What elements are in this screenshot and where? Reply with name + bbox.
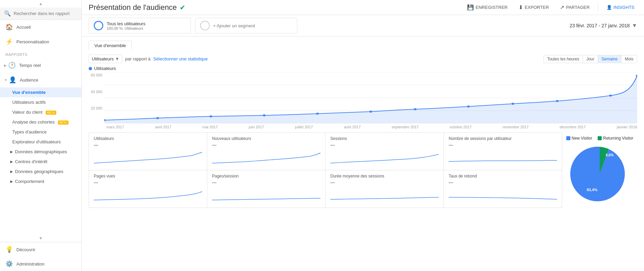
partager-button[interactable]: ↗ PARTAGER bbox=[557, 3, 592, 12]
chart-controls: Utilisateurs ▼ par rapport à Sélectionne… bbox=[89, 55, 637, 63]
top-bar: Présentation de l'audience ✔ 💾 ENREGISTR… bbox=[82, 0, 644, 15]
sidebar-item-administration[interactable]: ⚙️ Administration bbox=[0, 257, 81, 271]
search-input[interactable] bbox=[14, 11, 77, 16]
gear-icon: ⚙️ bbox=[5, 260, 13, 268]
legend-dot-utilisateurs bbox=[89, 67, 92, 70]
mini-chart-nouveaux bbox=[212, 149, 320, 167]
insights-label: INSIGHTS bbox=[614, 5, 634, 10]
chevron-right-icon-3: ▶ bbox=[10, 160, 13, 163]
chevron-right-icon-2: ▶ bbox=[10, 150, 13, 154]
metric-card-sessions: Sessions — bbox=[326, 133, 444, 170]
sidebar-item-utilisateurs-actifs[interactable]: Utilisateurs actifs bbox=[0, 97, 81, 107]
sidebar-item-audience[interactable]: ▼ 👤 Audience bbox=[0, 73, 81, 87]
beta-badge: BETA bbox=[46, 111, 56, 115]
metric-card-pages-session: Pages/session — bbox=[207, 170, 326, 208]
insights-button[interactable]: 👤 INSIGHTS bbox=[604, 3, 637, 11]
y-label-60k: 60 000 bbox=[91, 73, 102, 77]
partager-label: PARTAGER bbox=[566, 5, 589, 10]
select-stat-link[interactable]: Sélectionner une statistique bbox=[153, 56, 208, 61]
date-range-selector[interactable]: 23 févr. 2017 - 27 janv. 2018 ▼ bbox=[570, 23, 637, 29]
svg-point-6 bbox=[156, 117, 159, 119]
sidebar-item-vue-ensemble[interactable]: Vue d'ensemble bbox=[0, 87, 81, 97]
sidebar-item-label: Accueil bbox=[16, 25, 31, 30]
svg-point-14 bbox=[556, 100, 559, 102]
metrics-row-1: Utilisateurs — Nouveaux utilisateurs — bbox=[89, 132, 562, 170]
save-icon: 💾 bbox=[467, 4, 474, 11]
segment-add-circle bbox=[200, 21, 210, 30]
svg-text:93,4%: 93,4% bbox=[587, 188, 597, 192]
exporter-label: EXPORTER bbox=[525, 5, 549, 10]
sidebar-item-donnees-demo[interactable]: ▶ Données démographiques bbox=[0, 147, 81, 157]
personnalisation-icon: ⚡ bbox=[5, 38, 13, 45]
sidebar-item-donnees-geo[interactable]: ▶ Données géographiques bbox=[0, 167, 81, 176]
main-chart bbox=[104, 72, 637, 124]
time-btn-semaine[interactable]: Semaine bbox=[598, 55, 621, 63]
x-label-aout: août 2017 bbox=[344, 125, 361, 129]
metric-title-taux-rebond: Taux de rebond bbox=[449, 174, 557, 179]
sidebar-item-temps-reel[interactable]: ▶ 🕐 Temps réel bbox=[0, 58, 81, 73]
segment-chip-1[interactable]: Tous les utilisateurs 100,00 %, Utilisat… bbox=[89, 18, 191, 33]
time-btn-jour[interactable]: Jour bbox=[583, 55, 598, 63]
tab-vue-ensemble[interactable]: Vue d'ensemble bbox=[89, 41, 132, 51]
metric-title-pages-vues: Pages vues bbox=[94, 174, 202, 179]
sidebar-item-label: Temps réel bbox=[19, 63, 41, 68]
sidebar-item-personnalisation[interactable]: ⚡ Personnalisation bbox=[0, 34, 81, 49]
svg-point-16 bbox=[636, 75, 637, 77]
time-btn-mois[interactable]: Mois bbox=[621, 55, 637, 63]
par-rapport-label: par rapport à bbox=[125, 56, 150, 61]
sidebar-item-valeur-client[interactable]: Valeur du client BETA bbox=[0, 107, 81, 117]
metric-title-pages-session: Pages/session bbox=[212, 174, 320, 179]
sidebar-item-analyse-cohortes[interactable]: Analyse des cohortes BETA bbox=[0, 117, 81, 127]
time-btn-toutes-heures[interactable]: Toutes les heures bbox=[544, 55, 583, 63]
tab-bar: Vue d'ensemble bbox=[89, 41, 637, 51]
mini-chart-sessions bbox=[330, 149, 439, 167]
sidebar-bottom-label: Administration bbox=[16, 261, 44, 267]
chevron-right-icon: ▶ bbox=[4, 63, 7, 67]
sidebar-item-explorateur[interactable]: Explorateur d'utilisateurs bbox=[0, 137, 81, 147]
metric-card-utilisateurs: Utilisateurs — bbox=[89, 133, 207, 170]
metric-value-pages-vues: — bbox=[94, 180, 202, 185]
add-segment-button[interactable]: + Ajouter un segment bbox=[195, 18, 297, 33]
x-label-juillet: juillet 2017 bbox=[295, 125, 313, 129]
metric-title-sessions-par-user: Nombre de sessions par utilisateur bbox=[449, 136, 557, 141]
metric-selector[interactable]: Utilisateurs ▼ bbox=[89, 55, 122, 63]
rapports-section-label: RAPPORTS bbox=[0, 49, 81, 58]
top-bar-actions: 💾 ENREGISTRER ⬇ EXPORTER ↗ PARTAGER 👤 IN… bbox=[464, 3, 637, 12]
page-title-text: Présentation de l'audience bbox=[89, 3, 177, 12]
mini-chart-duree-moyenne bbox=[330, 187, 439, 204]
sidebar-item-accueil[interactable]: 🏠 Accueil bbox=[0, 20, 81, 34]
metric-title-nouveaux: Nouveaux utilisateurs bbox=[212, 136, 320, 141]
legend-label-utilisateurs: Utilisateurs bbox=[94, 66, 116, 71]
mini-chart-sessions-par-user bbox=[449, 149, 557, 167]
sidebar-item-centres-interet[interactable]: ▶ Centres d'intérêt bbox=[0, 157, 81, 167]
bottom-section: Utilisateurs — Nouveaux utilisateurs — bbox=[89, 132, 637, 208]
enregistrer-button[interactable]: 💾 ENREGISTRER bbox=[464, 3, 510, 12]
metric-title-sessions: Sessions bbox=[330, 136, 439, 141]
sidebar-item-decouvrir[interactable]: 💡 Découvrir bbox=[0, 242, 81, 257]
metrics-row-2: Pages vues — Pages/session — bbox=[89, 170, 562, 208]
audience-icon: 👤 bbox=[9, 76, 16, 84]
scroll-down-button[interactable]: ▼ bbox=[0, 234, 81, 242]
x-label-octobre: octobre 2017 bbox=[450, 125, 471, 129]
mini-chart-pages-session bbox=[212, 187, 320, 204]
x-label-decembre: décembre 2017 bbox=[560, 125, 586, 129]
pie-legend-new-visitor: New Visitor bbox=[566, 136, 592, 141]
chevron-right-icon-5: ▶ bbox=[10, 180, 13, 183]
sidebar-item-comportement[interactable]: ▶ Comportement bbox=[0, 176, 81, 186]
divider bbox=[598, 3, 598, 12]
sidebar-nav: 🏠 Accueil ⚡ Personnalisation RAPPORTS ▶ … bbox=[0, 20, 81, 234]
svg-point-10 bbox=[370, 111, 372, 113]
sidebar-item-types-audience[interactable]: Types d'audience bbox=[0, 127, 81, 137]
lightbulb-icon: 💡 bbox=[5, 246, 13, 253]
date-range-label: 23 févr. 2017 - 27 janv. 2018 bbox=[570, 23, 630, 28]
svg-point-12 bbox=[467, 105, 470, 108]
exporter-button[interactable]: ⬇ EXPORTER bbox=[516, 3, 552, 12]
x-label-septembre: septembre 2017 bbox=[392, 125, 419, 129]
search-bar[interactable]: 🔍 bbox=[0, 8, 81, 20]
scroll-up-button[interactable]: ▲ bbox=[0, 0, 81, 8]
y-label-40k: 40 000 bbox=[91, 90, 102, 94]
insights-icon: 👤 bbox=[606, 5, 612, 10]
metric-label: Utilisateurs bbox=[92, 56, 114, 61]
x-label-novembre: novembre 2017 bbox=[503, 125, 528, 129]
pie-legend: New Visitor Returning Visitor bbox=[566, 136, 633, 141]
